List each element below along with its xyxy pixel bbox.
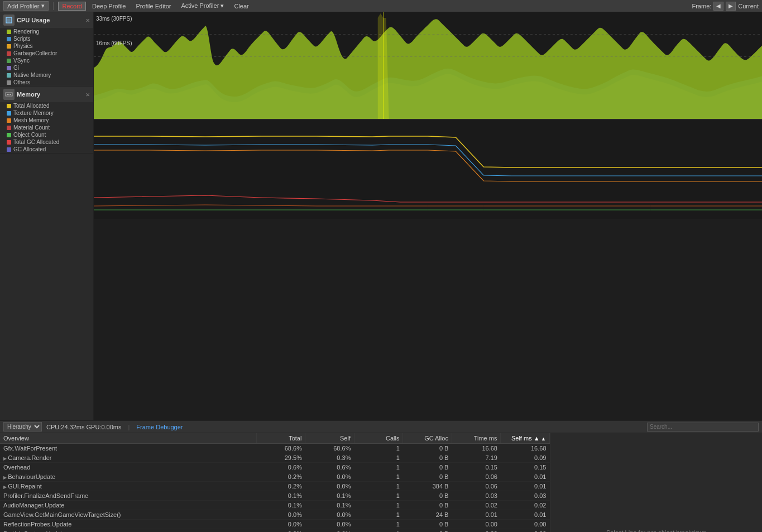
cpu-chart-svg bbox=[94, 12, 762, 119]
deep-profile-button[interactable]: Deep Profile bbox=[88, 2, 130, 11]
col-time-ms[interactable]: Time ms bbox=[452, 433, 501, 444]
hierarchy-select[interactable]: Hierarchy bbox=[3, 422, 42, 432]
row-calls: 1 bbox=[354, 491, 403, 501]
search-input[interactable] bbox=[647, 423, 759, 432]
toolbar-separator bbox=[53, 2, 54, 10]
cpu-module-title: CPU Usage bbox=[17, 17, 50, 23]
table-row[interactable]: GameView.GetMainGameViewTargetSize()0.0%… bbox=[0, 510, 550, 520]
clear-button[interactable]: Clear bbox=[230, 2, 252, 11]
table-row[interactable]: GUI.Repaint0.2%0.0%1384 B0.060.01 bbox=[0, 482, 550, 491]
record-button[interactable]: Record bbox=[58, 2, 85, 11]
cpu-module: CPU Usage × Rendering Scripts Physics bbox=[0, 12, 93, 87]
table-container: Overview Total Self Calls GC Alloc Time … bbox=[0, 433, 762, 532]
col-calls[interactable]: Calls bbox=[354, 433, 403, 444]
table-row[interactable]: Gfx.WaitForPresent68.6%68.6%10 B16.6816.… bbox=[0, 444, 550, 453]
table-row[interactable]: Camera.Render29.5%0.3%10 B7.190.09 bbox=[0, 453, 550, 463]
row-calls: 1 bbox=[354, 482, 403, 491]
row-name: ParticleSystem.Update bbox=[0, 529, 256, 533]
row-calls: 1 bbox=[354, 463, 403, 472]
legend-rendering: Rendering bbox=[0, 28, 93, 35]
row-total: 0.0% bbox=[256, 520, 305, 529]
col-overview[interactable]: Overview bbox=[0, 433, 256, 444]
memory-module-close[interactable]: × bbox=[85, 91, 90, 98]
frame-info: Frame: ◀ ▶ Current bbox=[692, 2, 759, 11]
frame-current: Current bbox=[738, 3, 759, 9]
legend-total-alloc-color bbox=[7, 104, 11, 108]
row-self: 0.0% bbox=[305, 529, 354, 533]
row-self: 0.0% bbox=[305, 510, 354, 520]
legend-texture-mem: Texture Memory bbox=[0, 109, 93, 117]
row-self: 0.0% bbox=[305, 482, 354, 491]
cpu-module-icon bbox=[3, 15, 15, 26]
row-name: Camera.Render bbox=[0, 453, 256, 463]
col-self[interactable]: Self bbox=[305, 433, 354, 444]
legend-total-alloc: Total Allocated bbox=[0, 102, 93, 109]
legend-others: Others bbox=[0, 79, 93, 86]
col-total[interactable]: Total bbox=[256, 433, 305, 444]
row-time-ms: 0.03 bbox=[452, 491, 501, 501]
legend-total-gc-alloc-label: Total GC Allocated bbox=[13, 139, 59, 145]
legend-gi-label: Gi bbox=[13, 65, 19, 71]
legend-gc-alloc: GC Allocated bbox=[0, 146, 93, 153]
row-self-ms: 0.01 bbox=[501, 472, 550, 482]
select-line-message: Select Line for per-object breakdown bbox=[606, 529, 706, 533]
row-time-ms: 0.00 bbox=[452, 520, 501, 529]
row-self: 0.6% bbox=[305, 463, 354, 472]
table-row[interactable]: AudioManager.Update0.1%0.1%10 B0.020.02 bbox=[0, 501, 550, 510]
row-time-ms: 0.00 bbox=[452, 529, 501, 533]
top-toolbar: Add Profiler ▾ Record Deep Profile Profi… bbox=[0, 0, 762, 12]
table-row[interactable]: ParticleSystem.Update0.0%0.0%10 B0.000.0… bbox=[0, 529, 550, 533]
cpu-module-header[interactable]: CPU Usage × bbox=[0, 12, 93, 28]
frame-label: Frame: bbox=[692, 3, 711, 9]
col-gc-alloc[interactable]: GC Alloc bbox=[403, 433, 452, 444]
cpu-chart[interactable]: 33ms (30FPS) 16ms (60FPS) bbox=[94, 12, 762, 119]
memory-legend: Total Allocated Texture Memory Mesh Memo… bbox=[0, 102, 93, 153]
table-row[interactable]: ReflectionProbes.Update0.0%0.0%10 B0.000… bbox=[0, 520, 550, 529]
cpu-gpu-info: CPU:24.32ms GPU:0.00ms bbox=[46, 424, 122, 430]
row-total: 68.6% bbox=[256, 444, 305, 453]
legend-total-gc-alloc-color bbox=[7, 140, 11, 145]
row-time-ms: 0.06 bbox=[452, 482, 501, 491]
frame-prev-button[interactable]: ◀ bbox=[713, 2, 723, 11]
row-name: Profiler.FinalizeAndSendFrame bbox=[0, 491, 256, 501]
profile-editor-button[interactable]: Profile Editor bbox=[132, 2, 175, 11]
active-profiler-button[interactable]: Active Profiler ▾ bbox=[177, 1, 228, 11]
table-row[interactable]: Overhead0.6%0.6%10 B0.150.15 bbox=[0, 463, 550, 472]
legend-rendering-color bbox=[7, 30, 11, 34]
table-row[interactable]: BehaviourUpdate0.2%0.0%10 B0.060.01 bbox=[0, 472, 550, 482]
row-self-ms: 0.03 bbox=[501, 491, 550, 501]
legend-mesh-mem-color bbox=[7, 118, 11, 123]
svg-rect-1 bbox=[7, 18, 11, 22]
row-gc-alloc: 0 B bbox=[403, 472, 452, 482]
table-row[interactable]: Profiler.FinalizeAndSendFrame0.1%0.1%10 … bbox=[0, 491, 550, 501]
legend-native-mem-label: Native Memory bbox=[13, 72, 51, 78]
row-total: 0.2% bbox=[256, 472, 305, 482]
frame-debugger-link[interactable]: Frame Debugger bbox=[136, 424, 183, 430]
memory-chart-svg bbox=[94, 119, 762, 219]
add-profiler-button[interactable]: Add Profiler ▾ bbox=[3, 1, 49, 11]
profiler-table: Overview Total Self Calls GC Alloc Time … bbox=[0, 433, 550, 532]
bottom-toolbar: Hierarchy CPU:24.32ms GPU:0.00ms | Frame… bbox=[0, 421, 762, 433]
memory-module-header[interactable]: Memory × bbox=[0, 87, 93, 102]
cpu-module-close[interactable]: × bbox=[85, 17, 90, 24]
legend-vsync-color bbox=[7, 59, 11, 63]
row-total: 29.5% bbox=[256, 453, 305, 463]
row-calls: 1 bbox=[354, 472, 403, 482]
add-profiler-label: Add Profiler bbox=[7, 3, 39, 9]
memory-chart[interactable] bbox=[94, 119, 762, 219]
row-calls: 1 bbox=[354, 510, 403, 520]
row-time-ms: 0.15 bbox=[452, 463, 501, 472]
row-name: ReflectionProbes.Update bbox=[0, 520, 256, 529]
legend-material-count-color bbox=[7, 126, 11, 130]
legend-scripts-color bbox=[7, 37, 11, 41]
frame-next-button[interactable]: ▶ bbox=[726, 2, 736, 11]
row-gc-alloc: 0 B bbox=[403, 444, 452, 453]
memory-module-title: Memory bbox=[17, 91, 40, 98]
charts-area[interactable]: 33ms (30FPS) 16ms (60FPS) bbox=[94, 12, 762, 420]
row-self-ms: 0.01 bbox=[501, 510, 550, 520]
col-self-ms[interactable]: Self ms ▲ bbox=[501, 433, 550, 444]
legend-object-count-color bbox=[7, 133, 11, 137]
legend-gc-alloc-color bbox=[7, 147, 11, 152]
row-name: GameView.GetMainGameViewTargetSize() bbox=[0, 510, 256, 520]
active-profiler-label: Active Profiler bbox=[181, 2, 219, 9]
